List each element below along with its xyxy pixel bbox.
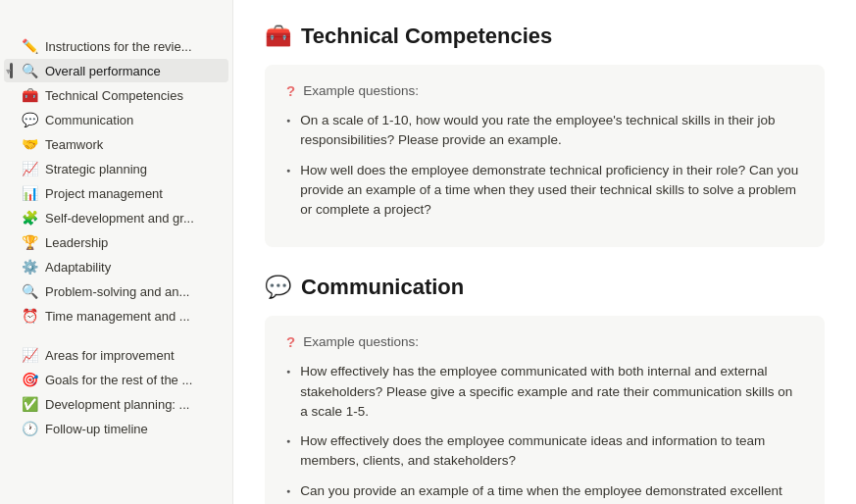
sidebar-item-self-development[interactable]: 🧩Self-development and gr... <box>4 206 228 229</box>
sidebar-item-icon: 📈 <box>22 347 38 363</box>
bullet-item: On a scale of 1-10, how would you rate t… <box>286 111 803 151</box>
bullet-item: How effectively does the employee commun… <box>286 431 803 472</box>
collapse-icon[interactable]: ▾ <box>6 66 11 76</box>
sidebar-item-icon: 📈 <box>22 161 38 176</box>
section-card-communication: ?Example questions:How effectively has t… <box>265 316 825 504</box>
sidebar-item-icon: 🤝 <box>22 136 38 152</box>
section-card-technical-competencies: ?Example questions:On a scale of 1-10, h… <box>265 65 825 247</box>
sidebar-item-icon: 📊 <box>22 185 38 201</box>
sidebar-item-label: Problem-solving and an... <box>45 284 189 299</box>
bullet-list: On a scale of 1-10, how would you rate t… <box>286 111 803 220</box>
sidebar-item-label: Technical Competencies <box>45 88 183 103</box>
section-title-communication: 💬Communication <box>265 275 825 300</box>
sidebar-item-problem-solving[interactable]: 🔍Problem-solving and an... <box>4 279 228 303</box>
question-icon: ? <box>286 333 295 350</box>
sidebar-item-icon: 🔍 <box>22 63 38 78</box>
sidebar-item-icon: 🔍 <box>22 283 38 299</box>
sidebar-item-development-planning[interactable]: ✅Development planning: ... <box>4 392 228 416</box>
sidebar-item-icon: 🧩 <box>22 210 38 226</box>
sidebar-item-areas-for-improvement[interactable]: 📈Areas for improvement <box>4 343 228 367</box>
sidebar-item-label: Strategic planning <box>45 162 147 176</box>
main-content: 🧰Technical Competencies?Example question… <box>233 0 856 504</box>
card-question-header: ?Example questions: <box>286 333 803 350</box>
sidebar-item-label: Time management and ... <box>45 309 190 324</box>
bullet-item: How well does the employee demonstrate t… <box>286 161 803 221</box>
question-icon: ? <box>286 82 295 99</box>
sidebar-item-label: Development planning: ... <box>45 397 189 412</box>
section-title-text: Technical Competencies <box>301 24 552 49</box>
sidebar-item-leadership[interactable]: 🏆Leadership <box>4 230 228 254</box>
sidebar-item-label: Project management <box>45 186 163 201</box>
sidebar-item-adaptability[interactable]: ⚙️Adaptability <box>4 255 228 278</box>
sidebar-item-icon: ⚙️ <box>22 259 38 275</box>
sidebar-item-teamwork[interactable]: 🤝Teamwork <box>4 132 228 156</box>
sidebar-item-overall-performance[interactable]: ▾🔍Overall performance <box>4 59 228 82</box>
sidebar-item-technical-competencies[interactable]: 🧰Technical Competencies <box>4 83 228 107</box>
sidebar-item-label: Overall performance <box>45 64 161 78</box>
section-icon: 💬 <box>265 275 291 300</box>
section-title-technical-competencies: 🧰Technical Competencies <box>265 24 825 49</box>
sidebar-item-follow-up[interactable]: 🕐Follow-up timeline <box>4 417 228 440</box>
section-icon: 🧰 <box>265 24 291 49</box>
bullet-item: Can you provide an example of a time whe… <box>286 481 803 505</box>
sidebar-item-label: Self-development and gr... <box>45 211 194 226</box>
sidebar: ✏️Instructions for the revie...▾🔍Overall… <box>0 0 233 504</box>
sidebar-doc-title <box>0 12 232 24</box>
sidebar-item-icon: 🧰 <box>22 87 38 103</box>
sidebar-section-looking-ahead <box>0 328 232 342</box>
sidebar-item-label: Leadership <box>45 235 108 250</box>
sidebar-item-label: Follow-up timeline <box>45 422 148 436</box>
sidebar-item-goals[interactable]: 🎯Goals for the rest of the ... <box>4 368 228 391</box>
sidebar-item-icon: ⏰ <box>22 308 38 324</box>
sidebar-item-icon: 🕐 <box>22 421 38 436</box>
sidebar-item-label: Goals for the rest of the ... <box>45 373 192 387</box>
bullet-item: How effectively has the employee communi… <box>286 362 803 422</box>
sidebar-item-label: Teamwork <box>45 137 103 152</box>
question-label: Example questions: <box>303 334 419 349</box>
card-question-header: ?Example questions: <box>286 82 803 99</box>
sidebar-item-strategic-planning[interactable]: 📈Strategic planning <box>4 157 228 180</box>
question-label: Example questions: <box>303 83 419 98</box>
sidebar-item-icon: 💬 <box>22 112 38 127</box>
bullet-list: How effectively has the employee communi… <box>286 362 803 504</box>
sidebar-hint <box>0 24 232 33</box>
sidebar-item-label: Instructions for the revie... <box>45 39 192 54</box>
section-title-text: Communication <box>301 275 464 300</box>
sidebar-item-icon: ✏️ <box>22 38 38 54</box>
sidebar-item-icon: 🎯 <box>22 372 38 387</box>
sidebar-item-label: Adaptability <box>45 260 111 275</box>
sidebar-item-instructions[interactable]: ✏️Instructions for the revie... <box>4 34 228 58</box>
sidebar-item-label: Communication <box>45 113 133 127</box>
sidebar-item-label: Areas for improvement <box>45 348 175 363</box>
sidebar-item-icon: ✅ <box>22 396 38 412</box>
sidebar-item-project-management[interactable]: 📊Project management <box>4 181 228 205</box>
sidebar-item-communication[interactable]: 💬Communication <box>4 108 228 131</box>
sidebar-item-time-management[interactable]: ⏰Time management and ... <box>4 304 228 328</box>
sidebar-item-icon: 🏆 <box>22 234 38 250</box>
